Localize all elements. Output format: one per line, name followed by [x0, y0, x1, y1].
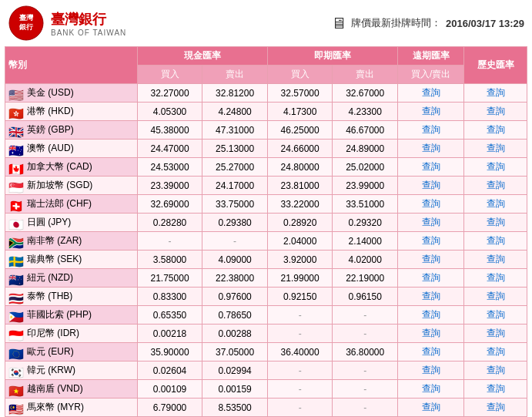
- forward-query-link[interactable]: 查詢: [422, 87, 440, 98]
- history-query-cell[interactable]: 查詢: [464, 214, 527, 232]
- forward-query-link[interactable]: 查詢: [422, 124, 440, 135]
- forward-query-cell[interactable]: 查詢: [397, 177, 463, 195]
- history-query-cell[interactable]: 查詢: [464, 399, 527, 417]
- no-data: -: [299, 365, 302, 376]
- forward-query-cell[interactable]: 查詢: [397, 399, 463, 417]
- history-query-cell[interactable]: 查詢: [464, 121, 527, 140]
- rate-value: 22.19000: [333, 269, 398, 288]
- currency-cell: 🇿🇦南非幣 (ZAR): [5, 232, 138, 251]
- history-query-cell[interactable]: 查詢: [464, 177, 527, 195]
- table-row: 🇮🇩印尼幣 (IDR)0.002180.00288--查詢查詢: [5, 325, 527, 343]
- history-query-link[interactable]: 查詢: [487, 124, 505, 135]
- forward-query-cell[interactable]: 查詢: [397, 269, 463, 288]
- forward-query-cell[interactable]: 查詢: [397, 232, 463, 251]
- forward-query-link[interactable]: 查詢: [422, 235, 440, 246]
- history-query-link[interactable]: 查詢: [487, 291, 505, 301]
- history-query-link[interactable]: 查詢: [487, 365, 505, 375]
- forward-query-link[interactable]: 查詢: [422, 309, 440, 320]
- history-query-link[interactable]: 查詢: [487, 143, 505, 153]
- history-query-link[interactable]: 查詢: [487, 106, 505, 116]
- table-row: 🇵🇭菲國比索 (PHP)0.653500.78650--查詢查詢: [5, 306, 527, 325]
- history-query-link[interactable]: 查詢: [487, 87, 505, 98]
- rate-value: 0.83300: [137, 288, 202, 306]
- forward-query-cell[interactable]: 查詢: [397, 214, 463, 232]
- rate-value: 4.23300: [333, 103, 398, 121]
- history-query-cell[interactable]: 查詢: [464, 362, 527, 380]
- history-query-cell[interactable]: 查詢: [464, 251, 527, 269]
- history-query-link[interactable]: 查詢: [487, 309, 505, 320]
- history-query-link[interactable]: 查詢: [487, 328, 505, 338]
- history-query-cell[interactable]: 查詢: [464, 84, 527, 103]
- history-query-link[interactable]: 查詢: [487, 346, 505, 357]
- rate-value: 0.28280: [137, 214, 202, 232]
- history-query-link[interactable]: 查詢: [487, 198, 505, 209]
- forward-query-link[interactable]: 查詢: [422, 161, 440, 172]
- forward-query-link[interactable]: 查詢: [422, 217, 440, 227]
- forward-query-cell[interactable]: 查詢: [397, 103, 463, 121]
- currency-cell: 🇹🇭泰幣 (THB): [5, 288, 138, 306]
- rate-value: 46.25000: [267, 121, 333, 140]
- rate-value: 0.02604: [137, 362, 202, 380]
- history-query-cell[interactable]: 查詢: [464, 158, 527, 177]
- table-row: 🇨🇭瑞士法郎 (CHF)32.6900033.7500033.2200033.5…: [5, 195, 527, 214]
- logo-en: BANK OF TAIWAN: [51, 29, 126, 37]
- history-query-cell[interactable]: 查詢: [464, 140, 527, 158]
- forward-query-link[interactable]: 查詢: [422, 365, 440, 375]
- rate-value: 24.17000: [202, 177, 268, 195]
- rate-value: 25.02000: [333, 158, 398, 177]
- timestamp-label: 牌價最新掛牌時間：: [351, 16, 441, 30]
- forward-query-link[interactable]: 查詢: [422, 180, 440, 190]
- forward-query-cell[interactable]: 查詢: [397, 306, 463, 325]
- forward-query-link[interactable]: 查詢: [422, 272, 440, 283]
- history-query-link[interactable]: 查詢: [487, 161, 505, 172]
- currency-cell: 🇳🇿紐元 (NZD): [5, 269, 138, 288]
- forward-query-link[interactable]: 查詢: [422, 383, 440, 394]
- page-header: 臺灣 銀行 臺灣銀行 BANK OF TAIWAN 🖥 牌價最新掛牌時間： 20…: [0, 0, 532, 46]
- forward-query-cell[interactable]: 查詢: [397, 288, 463, 306]
- history-query-link[interactable]: 查詢: [487, 254, 505, 264]
- rate-value: 0.29380: [202, 214, 268, 232]
- history-query-cell[interactable]: 查詢: [464, 306, 527, 325]
- history-query-cell[interactable]: 查詢: [464, 288, 527, 306]
- history-query-link[interactable]: 查詢: [487, 235, 505, 246]
- forward-query-link[interactable]: 查詢: [422, 254, 440, 264]
- forward-query-cell[interactable]: 查詢: [397, 251, 463, 269]
- forward-query-cell[interactable]: 查詢: [397, 343, 463, 362]
- flag-icon: 🇪🇺: [8, 347, 24, 358]
- history-query-cell[interactable]: 查詢: [464, 269, 527, 288]
- table-row: 🇸🇬新加坡幣 (SGD)23.3900024.1700023.8100023.9…: [5, 177, 527, 195]
- history-query-cell[interactable]: 查詢: [464, 325, 527, 343]
- table-row: 🇿🇦南非幣 (ZAR)--2.040002.14000查詢查詢: [5, 232, 527, 251]
- forward-query-link[interactable]: 查詢: [422, 328, 440, 338]
- forward-query-cell[interactable]: 查詢: [397, 84, 463, 103]
- forward-query-cell[interactable]: 查詢: [397, 325, 463, 343]
- rate-value: 2.04000: [267, 232, 333, 251]
- history-query-cell[interactable]: 查詢: [464, 343, 527, 362]
- table-row: 🇹🇭泰幣 (THB)0.833000.976000.921500.96150查詢…: [5, 288, 527, 306]
- history-query-link[interactable]: 查詢: [487, 217, 505, 227]
- forward-query-link[interactable]: 查詢: [422, 346, 440, 357]
- forward-query-cell[interactable]: 查詢: [397, 158, 463, 177]
- history-query-link[interactable]: 查詢: [487, 180, 505, 190]
- forward-query-link[interactable]: 查詢: [422, 198, 440, 209]
- history-query-cell[interactable]: 查詢: [464, 380, 527, 399]
- forward-query-cell[interactable]: 查詢: [397, 121, 463, 140]
- rate-value: 32.67000: [333, 84, 398, 103]
- history-query-link[interactable]: 查詢: [487, 272, 505, 283]
- forward-query-link[interactable]: 查詢: [422, 143, 440, 153]
- rate-value: 4.24800: [202, 103, 268, 121]
- forward-query-cell[interactable]: 查詢: [397, 362, 463, 380]
- forward-query-cell[interactable]: 查詢: [397, 380, 463, 399]
- history-query-cell[interactable]: 查詢: [464, 103, 527, 121]
- history-query-cell[interactable]: 查詢: [464, 195, 527, 214]
- forward-query-cell[interactable]: 查詢: [397, 195, 463, 214]
- forward-query-cell[interactable]: 查詢: [397, 140, 463, 158]
- forward-query-link[interactable]: 查詢: [422, 291, 440, 301]
- forward-header: 買入/賣出: [397, 66, 463, 84]
- forward-query-link[interactable]: 查詢: [422, 106, 440, 116]
- history-query-cell[interactable]: 查詢: [464, 232, 527, 251]
- history-query-link[interactable]: 查詢: [487, 383, 505, 394]
- history-query-link[interactable]: 查詢: [487, 402, 505, 412]
- currency-cell: 🇮🇩印尼幣 (IDR): [5, 325, 138, 343]
- forward-query-link[interactable]: 查詢: [422, 402, 440, 412]
